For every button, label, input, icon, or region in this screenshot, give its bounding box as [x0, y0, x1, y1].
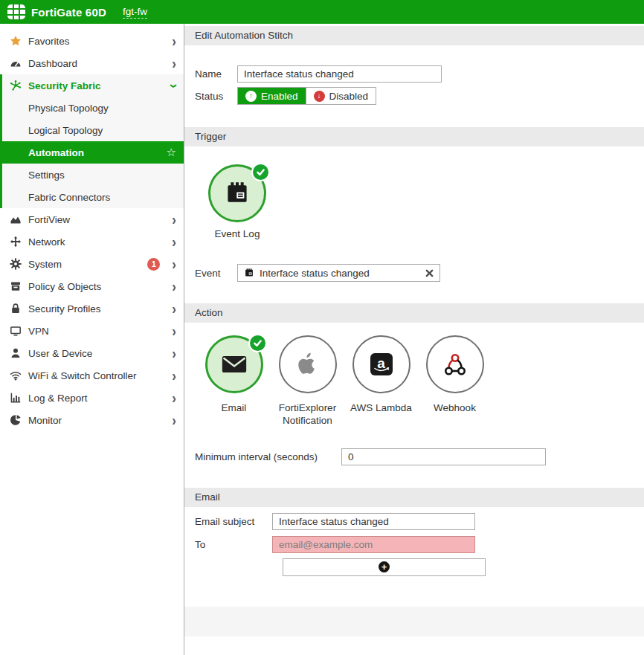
gear-icon	[9, 258, 22, 270]
email-section-header: Email	[184, 488, 644, 507]
email-subject-row: Email subject	[184, 513, 644, 530]
apple-icon	[297, 352, 319, 377]
sub-item-label: Automation	[28, 147, 84, 158]
device-model-title: FortiGate 60D	[31, 6, 106, 19]
chevron-down-icon: ›	[167, 83, 181, 88]
sidebar-item-wifi-switch[interactable]: WiFi & Switch Controller ›	[0, 364, 184, 387]
sidebar-item-label: Network	[28, 236, 65, 248]
selected-check-icon	[251, 163, 270, 181]
plus-icon: +	[379, 561, 390, 572]
sidebar-item-fabric-connectors[interactable]: Fabric Connectors	[2, 186, 184, 208]
chevron-right-icon: ›	[172, 390, 176, 405]
sidebar-item-vpn[interactable]: VPN ›	[0, 320, 184, 342]
chevron-right-icon: ›	[172, 346, 176, 361]
fortiexplorer-action-button[interactable]	[279, 335, 337, 393]
email-to-row: To	[184, 536, 644, 553]
event-value: Interface status changed	[260, 268, 370, 279]
policy-objects-icon	[9, 280, 22, 292]
sub-item-label: Fabric Connectors	[28, 192, 110, 203]
webhook-action-button[interactable]	[426, 335, 484, 393]
status-disabled-button[interactable]: ↓ Disabled	[306, 88, 376, 104]
event-select-field[interactable]: Interface status changed	[237, 264, 440, 282]
sidebar-item-physical-topology[interactable]: Physical Topology	[2, 97, 184, 119]
event-log-trigger-button[interactable]	[208, 164, 266, 222]
sidebar-item-logical-topology[interactable]: Logical Topology	[2, 119, 184, 141]
sidebar-item-favorites[interactable]: Favorites ›	[0, 30, 184, 52]
chevron-right-icon: ›	[172, 323, 176, 338]
sidebar-item-security-fabric[interactable]: Security Fabric ›	[2, 74, 184, 97]
event-log-icon-small	[244, 268, 254, 278]
sidebar-nav: Favorites › Dashboard › Security Fabric …	[0, 24, 184, 655]
chevron-right-icon: ›	[172, 279, 176, 294]
sidebar-item-label: System	[28, 259, 62, 270]
enabled-label: Enabled	[261, 91, 298, 102]
sidebar-item-network[interactable]: Network ›	[0, 230, 184, 253]
name-row: Name	[184, 65, 644, 83]
sidebar-item-label: Monitor	[28, 415, 62, 426]
display-icon	[9, 325, 22, 337]
name-input[interactable]	[237, 65, 442, 83]
sidebar-item-label: Security Profiles	[28, 303, 101, 314]
status-enabled-button[interactable]: ↑ Enabled	[238, 88, 306, 104]
top-bar: FortiGate 60D fgt-fw	[0, 0, 644, 24]
chevron-right-icon: ›	[172, 368, 176, 383]
action-label: Email	[222, 402, 247, 415]
sidebar-item-security-profiles[interactable]: Security Profiles ›	[0, 297, 184, 320]
fortinet-logo	[7, 4, 25, 19]
action-label: AWS Lambda	[350, 402, 412, 415]
email-subject-input[interactable]	[272, 513, 475, 530]
envelope-icon	[222, 355, 247, 374]
lock-icon	[9, 303, 22, 314]
sidebar-item-label: Log & Report	[28, 393, 88, 404]
sidebar-item-label: WiFi & Switch Controller	[28, 370, 137, 381]
status-row: Status ↑ Enabled ↓ Disabled	[184, 87, 644, 105]
disabled-label: Disabled	[329, 91, 369, 102]
page-title: Edit Automation Stitch	[184, 26, 644, 45]
move-arrows-icon	[9, 236, 22, 248]
chevron-right-icon: ›	[172, 301, 176, 316]
email-to-label: To	[195, 539, 272, 550]
sub-item-label: Settings	[28, 170, 65, 181]
remove-event-button[interactable]	[425, 269, 434, 277]
close-x-icon	[425, 269, 434, 277]
hostname-link[interactable]: fgt-fw	[123, 6, 147, 19]
aws-lambda-action-button[interactable]: a	[352, 335, 410, 393]
footer-bar	[184, 607, 644, 636]
favorite-star-outline-icon[interactable]: ☆	[167, 146, 176, 159]
sidebar-item-settings[interactable]: Settings	[2, 164, 184, 186]
chevron-right-icon: ›	[172, 413, 176, 427]
sidebar-item-monitor[interactable]: Monitor ›	[0, 409, 184, 431]
interval-row: Minimum interval (seconds)	[184, 448, 644, 465]
interval-label: Minimum interval (seconds)	[195, 451, 341, 462]
sidebar-item-label: Dashboard	[28, 58, 77, 69]
arrow-down-circle-icon: ↓	[314, 91, 325, 102]
interval-input[interactable]	[341, 448, 546, 465]
sidebar-item-automation[interactable]: Automation ☆	[2, 141, 184, 164]
sidebar-group-security-fabric: Security Fabric › Physical Topology Logi…	[0, 74, 184, 208]
sidebar-item-label: FortiView	[28, 214, 70, 225]
email-action-button[interactable]	[205, 335, 263, 393]
add-recipient-button[interactable]: +	[283, 558, 486, 576]
action-webhook: Webhook	[418, 335, 492, 427]
sidebar-item-label: Security Fabric	[28, 80, 101, 91]
sidebar-item-system[interactable]: System 1 ›	[0, 253, 184, 275]
pie-chart-icon	[9, 414, 22, 426]
sidebar-item-dashboard[interactable]: Dashboard ›	[0, 52, 184, 74]
action-section-header: Action	[184, 303, 644, 323]
sidebar-item-policy-objects[interactable]: Policy & Objects ›	[0, 275, 184, 297]
action-fortiexplorer: FortiExplorer Notification	[271, 335, 344, 427]
sub-item-label: Physical Topology	[28, 103, 109, 114]
chevron-right-icon: ›	[172, 56, 176, 71]
sidebar-item-log-report[interactable]: Log & Report ›	[0, 387, 184, 409]
amazon-icon: a	[370, 353, 393, 375]
name-label: Name	[195, 68, 237, 80]
event-row: Event Interface status changed	[184, 264, 644, 282]
chevron-right-icon: ›	[172, 234, 176, 249]
trigger-section-header: Trigger	[184, 127, 644, 146]
chevron-right-icon: ›	[172, 212, 176, 227]
sidebar-item-user-device[interactable]: User & Device ›	[0, 342, 184, 364]
email-to-input[interactable]	[272, 536, 475, 553]
wifi-icon	[9, 370, 22, 381]
event-log-icon	[224, 180, 251, 207]
sidebar-item-fortiview[interactable]: FortiView ›	[0, 208, 184, 230]
